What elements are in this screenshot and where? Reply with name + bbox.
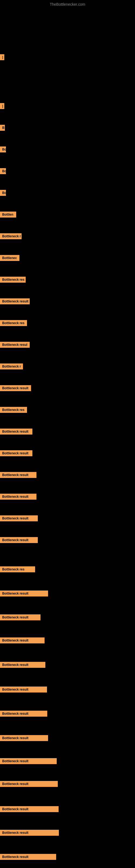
bottleneck-bar: Bottleneck result [0, 758, 57, 764]
bottleneck-bar: Bottleneck res [0, 566, 35, 572]
bottleneck-bar: Bottleneck res [0, 277, 26, 283]
bottleneck-bar: Bottleneck result [0, 806, 58, 812]
bottleneck-bar: Bottleneck result [0, 711, 47, 717]
bottleneck-bar: Bottleneck result [0, 854, 56, 860]
bottleneck-bar: Bottleneck result [0, 450, 32, 456]
bottleneck-bar: Bottleneck result [0, 429, 32, 435]
bottleneck-bar: Bottleneck result [0, 735, 48, 741]
bottleneck-bar: Bottleneck result [0, 614, 41, 620]
bottleneck-bar: Bottlenec [0, 255, 19, 261]
bottleneck-bar: Bottleneck result [0, 385, 31, 391]
bottleneck-bar: Bottlen [0, 212, 16, 218]
bottleneck-bar: Bottleneck result [0, 662, 45, 668]
bottleneck-bar: Bottleneck result [0, 516, 38, 521]
bottleneck-bar: Bottleneck result [0, 494, 37, 500]
bottleneck-bar: Bottleneck res [0, 320, 27, 326]
bottleneck-bar: Bottleneck result [0, 830, 59, 836]
bottleneck-bar: Bo [0, 168, 6, 174]
bottleneck-bar: Bottleneck result [0, 472, 37, 478]
bottleneck-bar: Bottleneck result [0, 638, 45, 643]
bottleneck-bar: Bottleneck result [0, 299, 30, 304]
bottleneck-bar: Bo [0, 147, 6, 152]
bottleneck-bar: | [0, 54, 4, 60]
bottleneck-bar: B [0, 125, 5, 131]
bottleneck-bar: Bottleneck res [0, 407, 27, 413]
bottleneck-bar: Bottleneck result [0, 537, 38, 543]
bottleneck-bar: Bottleneck r [0, 233, 21, 239]
bottleneck-bar: Bo [0, 190, 6, 196]
bottleneck-bar: | [0, 103, 4, 109]
bottleneck-bar: Bottleneck result [0, 590, 48, 596]
bottleneck-bar: Bottleneck result [0, 686, 47, 692]
bottleneck-bar: Bottleneck resul [0, 342, 30, 348]
bottleneck-bar: Bottleneck r [0, 364, 23, 369]
bottleneck-bar: Bottleneck result [0, 781, 58, 787]
